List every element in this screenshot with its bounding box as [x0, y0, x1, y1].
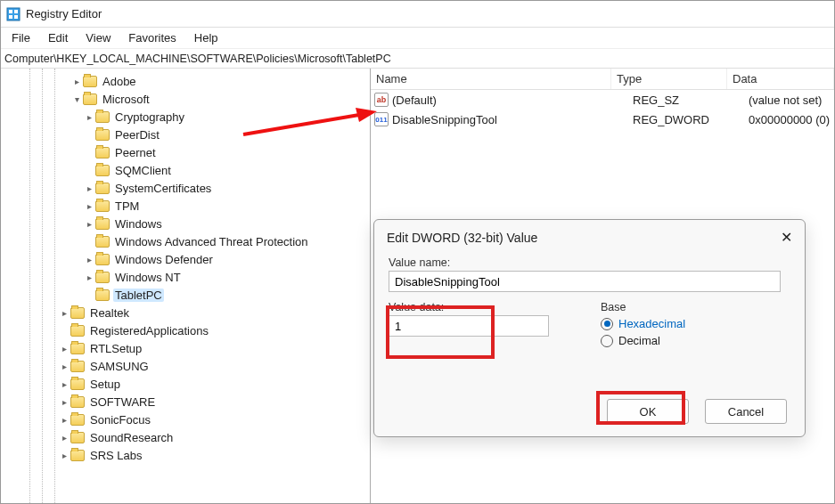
tree-node-systemcertificates[interactable]: ▸SystemCertificates: [8, 179, 370, 197]
value-row-disablesnippingtool[interactable]: 011 DisableSnippingTool REG_DWORD 0x0000…: [371, 110, 834, 129]
title-bar: Registry Editor: [1, 1, 834, 28]
folder-icon: [70, 307, 85, 319]
close-icon[interactable]: ✕: [781, 229, 792, 246]
tree-node-label: SonicFocus: [88, 413, 152, 427]
tree[interactable]: ▸Adobe▾Microsoft▸CryptographyPeerDistPee…: [1, 69, 370, 503]
tree-node-label: Windows Advanced Threat Protection: [113, 235, 310, 248]
dialog-titlebar: Edit DWORD (32-bit) Value ✕: [374, 220, 805, 251]
menu-favorites[interactable]: Favorites: [119, 28, 184, 48]
tree-node-sonicfocus[interactable]: ▸SonicFocus: [8, 411, 370, 428]
tree-node-samsung[interactable]: ▸SAMSUNG: [8, 357, 370, 375]
ok-button[interactable]: OK: [607, 399, 689, 424]
folder-icon: [70, 378, 85, 390]
folder-icon: [70, 343, 85, 354]
menu-view[interactable]: View: [77, 28, 119, 48]
tree-node-label: PeerDist: [113, 128, 161, 142]
chevron-right-icon[interactable]: ▸: [83, 183, 95, 193]
chevron-right-icon[interactable]: ▸: [58, 415, 70, 425]
tree-node-label: SRS Labs: [88, 449, 144, 462]
tree-node-windows-nt[interactable]: ▸Windows NT: [8, 268, 370, 286]
svg-rect-3: [9, 15, 12, 19]
cancel-button[interactable]: Cancel: [705, 399, 787, 424]
tree-node-label: SOFTWARE: [88, 395, 157, 409]
tree-node-peernet[interactable]: Peernet: [8, 143, 370, 161]
dword-value-icon: 011: [374, 112, 389, 126]
tree-node-label: RTLSetup: [88, 342, 143, 355]
value-data: (value not set): [749, 93, 822, 107]
chevron-right-icon[interactable]: ▸: [58, 397, 70, 407]
tree-node-cryptography[interactable]: ▸Cryptography: [8, 108, 370, 126]
chevron-right-icon[interactable]: ▸: [58, 433, 70, 443]
folder-icon: [95, 111, 110, 123]
tree-node-label: Setup: [88, 378, 122, 391]
address-bar[interactable]: Computer\HKEY_LOCAL_MACHINE\SOFTWARE\Pol…: [1, 49, 834, 69]
chevron-right-icon[interactable]: ▸: [58, 379, 70, 389]
tree-node-label: TPM: [113, 199, 141, 213]
folder-icon: [95, 254, 110, 265]
tree-node-windows-defender[interactable]: ▸Windows Defender: [8, 250, 370, 268]
chevron-right-icon[interactable]: ▸: [83, 201, 95, 211]
chevron-right-icon[interactable]: ▸: [58, 308, 70, 318]
tree-node-setup[interactable]: ▸Setup: [8, 375, 370, 393]
tree-node-label: SQMClient: [113, 164, 173, 177]
tree-node-rtlsetup[interactable]: ▸RTLSetup: [8, 339, 370, 357]
chevron-right-icon[interactable]: ▸: [83, 219, 95, 229]
tree-node-label: Cryptography: [113, 110, 186, 124]
folder-icon: [70, 450, 85, 461]
tree-node-srs-labs[interactable]: ▸SRS Labs: [8, 446, 370, 464]
menu-help[interactable]: Help: [185, 28, 227, 48]
tree-node-windows-advanced-threat-protection[interactable]: Windows Advanced Threat Protection: [8, 232, 370, 250]
tree-node-adobe[interactable]: ▸Adobe: [8, 72, 370, 90]
tree-node-label: SoundResearch: [88, 431, 175, 444]
col-data[interactable]: Data: [727, 69, 834, 89]
folder-icon: [70, 396, 85, 408]
folder-icon: [70, 432, 85, 443]
tree-node-peerdist[interactable]: PeerDist: [8, 126, 370, 143]
tree-node-soundresearch[interactable]: ▸SoundResearch: [8, 428, 370, 446]
value-row-default[interactable]: ab (Default) REG_SZ (value not set): [371, 90, 834, 110]
tree-pane: ▸Adobe▾Microsoft▸CryptographyPeerDistPee…: [1, 69, 371, 503]
tree-node-microsoft[interactable]: ▾Microsoft: [8, 90, 370, 108]
svg-rect-4: [14, 15, 18, 19]
chevron-right-icon[interactable]: ▸: [83, 255, 95, 264]
edit-dword-dialog: Edit DWORD (32-bit) Value ✕ Value name: …: [373, 219, 806, 437]
tree-node-label: Adobe: [101, 75, 138, 88]
menu-file[interactable]: File: [3, 28, 39, 48]
tree-node-tpm[interactable]: ▸TPM: [8, 197, 370, 215]
chevron-right-icon[interactable]: ▸: [58, 362, 70, 371]
app-icon: [6, 7, 20, 21]
menu-bar: File Edit View Favorites Help: [1, 28, 834, 49]
string-value-icon: ab: [374, 93, 389, 107]
tree-node-tabletpc[interactable]: TabletPC: [8, 286, 370, 304]
tree-node-label: Microsoft: [101, 93, 151, 106]
tree-node-label: Peernet: [113, 146, 158, 159]
tree-node-label: Windows Defender: [113, 253, 215, 266]
chevron-right-icon[interactable]: ▸: [83, 112, 95, 122]
chevron-right-icon[interactable]: ▸: [58, 344, 70, 354]
chevron-down-icon[interactable]: ▾: [70, 94, 83, 104]
chevron-right-icon[interactable]: ▸: [58, 451, 70, 460]
svg-rect-1: [9, 10, 12, 13]
tree-node-software[interactable]: ▸SOFTWARE: [8, 393, 370, 411]
tree-node-realtek[interactable]: ▸Realtek: [8, 304, 370, 321]
menu-edit[interactable]: Edit: [39, 28, 77, 48]
col-name[interactable]: Name: [371, 69, 611, 89]
tree-node-registeredapplications[interactable]: RegisteredApplications: [8, 321, 370, 339]
tree-node-sqmclient[interactable]: SQMClient: [8, 161, 370, 179]
value-name-input[interactable]: [389, 271, 781, 292]
folder-icon: [95, 183, 110, 194]
radio-decimal[interactable]: Decimal: [601, 334, 788, 347]
folder-icon: [70, 325, 85, 337]
col-type[interactable]: Type: [611, 69, 727, 89]
value-data-input[interactable]: [389, 315, 549, 337]
value-name: (Default): [392, 93, 633, 107]
value-type: REG_DWORD: [633, 113, 749, 126]
tree-node-label: Realtek: [88, 306, 131, 320]
tree-node-label: TabletPC: [113, 289, 164, 302]
tree-node-label: SystemCertificates: [113, 182, 213, 195]
tree-node-windows[interactable]: ▸Windows: [8, 215, 370, 232]
tree-node-label: Windows NT: [113, 271, 183, 284]
chevron-right-icon[interactable]: ▸: [83, 272, 95, 282]
chevron-right-icon[interactable]: ▸: [70, 77, 83, 86]
radio-hexadecimal[interactable]: Hexadecimal: [601, 317, 788, 330]
